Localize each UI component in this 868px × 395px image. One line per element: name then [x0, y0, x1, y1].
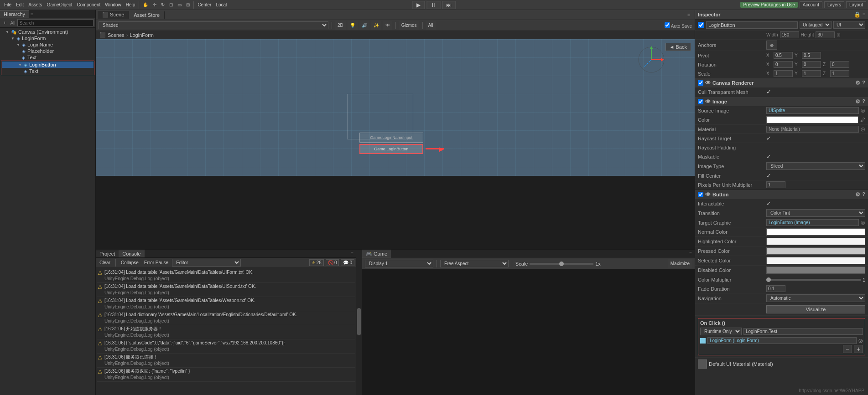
- active-checkbox[interactable]: [698, 22, 704, 28]
- component-name-input[interactable]: [706, 21, 798, 29]
- hier-item-text2[interactable]: ◈ Text: [2, 68, 94, 74]
- log-entry[interactable]: ⚠ [16:31:04] Load data table 'Assets/Gam…: [97, 283, 355, 297]
- hier-item-canvas[interactable]: ▼ 🎭 Canvas (Environment): [0, 29, 95, 35]
- light-toggle[interactable]: 💡: [348, 21, 358, 30]
- game-panel-menu[interactable]: ≡: [686, 250, 695, 258]
- menu-window[interactable]: Window: [103, 0, 124, 10]
- source-image-target-icon[interactable]: ◎: [861, 108, 865, 113]
- hide-toggle[interactable]: 👁: [383, 21, 392, 30]
- pressed-color-picker[interactable]: [766, 247, 865, 255]
- tool-transform[interactable]: ⊞: [184, 0, 192, 10]
- editor-dropdown[interactable]: Editor: [172, 259, 241, 267]
- tool-move[interactable]: ✛: [151, 0, 159, 10]
- scene-viewport[interactable]: Game.LoginNameInput Game.LoginButton ▶ ◄…: [96, 39, 695, 176]
- gizmos-btn[interactable]: Gizmos: [399, 21, 419, 30]
- log-entry[interactable]: ⚠ [16:31:06] 开始连接服务器！ UnityEngine.Debug.…: [97, 325, 355, 339]
- material-ref[interactable]: None (Material): [766, 126, 859, 133]
- settings-icon-btn[interactable]: ⚙: [855, 191, 860, 198]
- on-click-object-ref[interactable]: [707, 337, 857, 344]
- log-entry[interactable]: ⚠ [16:31:04] Load data table 'Assets/Gam…: [97, 269, 355, 283]
- breadcrumb-scenes[interactable]: Scenes: [108, 32, 125, 38]
- image-header[interactable]: 👁 Image ⚙ ?: [695, 97, 868, 106]
- help-icon-btn[interactable]: ?: [862, 191, 865, 198]
- hierarchy-add-btn[interactable]: +: [2, 20, 7, 26]
- help-icon-cr[interactable]: ?: [862, 80, 865, 86]
- scale-x-input[interactable]: [774, 70, 793, 77]
- account-dropdown[interactable]: Account: [800, 1, 822, 8]
- log-entry[interactable]: ⚠ [16:31:06] 服务器返回: {"name": "lvpeilin" …: [97, 368, 355, 382]
- console-content[interactable]: ⚠ [16:31:04] Load data table 'Assets/Gam…: [96, 268, 356, 395]
- help-icon-img[interactable]: ?: [862, 98, 865, 105]
- color-eyedropper[interactable]: 🖊: [860, 117, 865, 123]
- pivot-local[interactable]: Local: [213, 0, 229, 10]
- tool-scale[interactable]: ⊡: [167, 0, 175, 10]
- console-scrollbar[interactable]: [356, 250, 362, 395]
- layout-dropdown[interactable]: Layout: [846, 1, 866, 8]
- console-panel-menu[interactable]: ≡: [348, 250, 356, 257]
- rot-y-input[interactable]: [802, 61, 821, 68]
- tag-dropdown[interactable]: Untagged: [800, 21, 832, 29]
- layers-dropdown[interactable]: Layers: [824, 1, 844, 8]
- menu-gameobject[interactable]: GameObject: [44, 0, 74, 10]
- rot-x-input[interactable]: [774, 61, 793, 68]
- asset-store-tab[interactable]: Asset Store: [129, 11, 165, 19]
- breadcrumb-form[interactable]: LoginForm: [130, 32, 154, 38]
- scale-y-input[interactable]: [802, 70, 821, 77]
- hier-item-text1[interactable]: ◈ Text: [0, 54, 95, 61]
- anchor-preset[interactable]: ⊕: [766, 41, 777, 50]
- hier-item-loginname[interactable]: ▼ ◈ LoginName: [0, 41, 95, 48]
- scale-slider[interactable]: [530, 263, 593, 265]
- selected-color-picker[interactable]: [766, 257, 865, 264]
- hierarchy-panel-menu[interactable]: ≡: [29, 10, 35, 18]
- log-entry[interactable]: ⚠ [16:31:04] Load data table 'Assets/Gam…: [97, 297, 355, 311]
- log-entry[interactable]: ⚠ [16:31:06] 服务器已连接！ UnityEngine.Debug.L…: [97, 354, 355, 368]
- rot-z-input[interactable]: [830, 61, 849, 68]
- highlighted-color-picker[interactable]: [766, 238, 865, 245]
- button-header[interactable]: 👁 Button ⚙ ?: [695, 190, 868, 199]
- canvas-renderer-toggle[interactable]: [698, 80, 703, 86]
- source-image-ref[interactable]: UISprite: [766, 107, 859, 114]
- play-button[interactable]: ▶: [412, 1, 425, 9]
- menu-help[interactable]: Help: [124, 0, 138, 10]
- settings-icon-cr[interactable]: ⚙: [855, 80, 860, 86]
- image-type-dropdown[interactable]: Sliced: [766, 162, 865, 170]
- material-target-icon[interactable]: ◎: [861, 126, 865, 132]
- menu-edit[interactable]: Edit: [14, 0, 26, 10]
- hierarchy-tab[interactable]: Hierarchy: [0, 10, 29, 18]
- settings-icon-img[interactable]: ⚙: [855, 98, 860, 105]
- step-button[interactable]: ⏭: [442, 1, 456, 9]
- inspector-menu[interactable]: ≡: [863, 11, 865, 18]
- pivot-y-input[interactable]: [802, 52, 821, 59]
- height-input[interactable]: [816, 31, 835, 38]
- canvas-renderer-header[interactable]: 👁 Canvas Renderer ⚙ ?: [695, 78, 868, 87]
- disabled-color-picker[interactable]: [766, 267, 865, 274]
- auto-save-checkbox[interactable]: [665, 22, 670, 28]
- transition-dropdown[interactable]: Color Tint: [766, 209, 865, 217]
- normal-color-picker[interactable]: [766, 228, 865, 236]
- hier-item-loginform[interactable]: ▼ ◈ LoginForm: [0, 35, 95, 41]
- tool-rotate[interactable]: ↻: [159, 0, 167, 10]
- image-toggle[interactable]: [698, 99, 703, 104]
- clear-btn[interactable]: Clear: [98, 260, 112, 266]
- back-button[interactable]: ◄ Back: [665, 43, 691, 51]
- fade-duration-input[interactable]: [766, 285, 785, 292]
- pixels-input[interactable]: [766, 181, 785, 188]
- inspector-lock-icon[interactable]: 🔒: [854, 11, 861, 18]
- on-click-plus-btn[interactable]: +: [854, 345, 863, 353]
- shaded-dropdown[interactable]: Shaded: [99, 21, 328, 29]
- target-graphic-ref[interactable]: LoginButton (Image): [766, 219, 859, 226]
- console-tab[interactable]: Console: [119, 250, 144, 257]
- display-dropdown[interactable]: Display 1: [365, 260, 433, 267]
- on-click-minus-btn[interactable]: −: [843, 345, 852, 353]
- pivot-x-input[interactable]: [774, 52, 793, 59]
- log-entry[interactable]: ⚠ [16:31:06] {"statusCode":0,"data":{"ui…: [97, 339, 355, 354]
- on-click-target-btn[interactable]: ◎: [858, 338, 863, 344]
- runtime-dropdown[interactable]: Runtime Only: [700, 328, 742, 335]
- aspect-dropdown[interactable]: Free Aspect: [440, 260, 509, 267]
- maximize-btn[interactable]: Maximize: [668, 259, 692, 268]
- tool-rect[interactable]: ▭: [175, 0, 184, 10]
- log-entry[interactable]: ⚠ [16:31:04] Load dictionary 'Assets/Gam…: [97, 311, 355, 325]
- all-search-btn[interactable]: All: [426, 21, 436, 30]
- pivot-center[interactable]: Center: [195, 0, 213, 10]
- game-tab[interactable]: 🎮 Game: [362, 250, 391, 258]
